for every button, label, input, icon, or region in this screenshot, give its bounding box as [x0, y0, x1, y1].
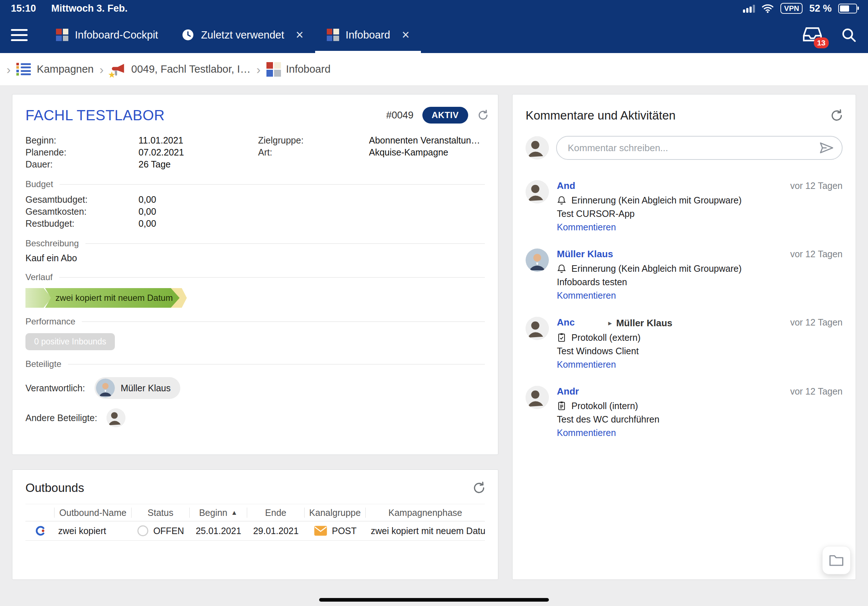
- close-icon[interactable]: ×: [296, 28, 304, 42]
- description-text: Kauf ein Abo: [12, 249, 498, 263]
- comment-time: vor 12 Tagen: [790, 181, 843, 191]
- responsible-label: Verantwortlich:: [25, 383, 85, 393]
- outbounds-card: Outbounds Outbound-Name Status Beginn▲ E…: [12, 469, 498, 580]
- header-beginn[interactable]: Beginn▲: [190, 507, 247, 518]
- send-icon[interactable]: [819, 142, 834, 154]
- comment-time: vor 12 Tagen: [790, 249, 843, 260]
- others-row: Andere Beteiligte:: [25, 407, 485, 429]
- comment-list: And vor 12 Tagen Erinnerung (Kein Abglei…: [513, 160, 856, 580]
- budget-label: Gesamtkosten:: [25, 206, 138, 217]
- megaphone-icon: ★: [109, 61, 126, 78]
- vpn-badge: VPN: [780, 3, 803, 14]
- field-row: Beginn: 11.01.2021: [25, 134, 258, 147]
- tab-zuletzt-verwendet[interactable]: Zuletzt verwendet ×: [170, 17, 315, 53]
- budget-row: Restbudget: 0,00: [25, 218, 485, 230]
- comment-author[interactable]: And: [557, 180, 575, 192]
- refresh-icon[interactable]: [472, 481, 486, 495]
- cell-outbound-name: zwei kopiert: [54, 526, 132, 536]
- kommentieren-link[interactable]: Kommentieren: [557, 222, 616, 232]
- field-row: Zielgruppe: Abonnenten Veranstaltung…: [258, 134, 485, 147]
- close-icon[interactable]: ×: [401, 28, 409, 42]
- phase-segment-current[interactable]: zwei kopiert mit neuem Datum: [45, 288, 180, 308]
- field-value: Akquise-Kampagne: [369, 147, 448, 158]
- tab-infoboard-cockpit[interactable]: Infoboard-Cockpit: [44, 17, 170, 53]
- cell-status: OFFEN: [132, 526, 190, 536]
- header-kampagnenphase[interactable]: Kampagnenphase: [366, 507, 485, 518]
- tab-label: Infoboard: [346, 29, 391, 41]
- hamburger-menu-icon[interactable]: [11, 29, 28, 41]
- tab-infoboard[interactable]: Infoboard ×: [315, 17, 421, 53]
- comment-author-secondary[interactable]: Müller Klaus: [616, 317, 673, 329]
- header-status[interactable]: Status: [132, 507, 190, 518]
- kommentieren-link[interactable]: Kommentieren: [557, 428, 616, 438]
- wifi-icon: [761, 4, 774, 13]
- table-row[interactable]: zwei kopiert OFFEN 25.01.2021 29.01.2021…: [25, 521, 485, 541]
- budget-label: Restbudget:: [25, 218, 138, 229]
- responsible-contact-chip[interactable]: Müller Klaus: [95, 377, 180, 399]
- breadcrumb-campaign[interactable]: ★ 0049, Fachl Testlabor, I…: [109, 61, 250, 78]
- cell-kampagnenphase: zwei kopiert mit neuem Datum: [366, 526, 485, 536]
- avatar: [525, 317, 549, 340]
- breadcrumb-kampagnen[interactable]: Kampagnen: [16, 62, 93, 77]
- others-label: Andere Beteiligte:: [25, 413, 97, 423]
- budget-value: 0,00: [138, 194, 156, 205]
- folder-icon: [829, 554, 844, 567]
- home-indicator[interactable]: [319, 598, 549, 601]
- chevron-right-icon: ›: [99, 63, 104, 76]
- section-title: Verlauf: [25, 272, 53, 282]
- infoboard-grid-icon: [56, 29, 68, 41]
- clipboard-icon: [557, 401, 566, 411]
- sync-icon[interactable]: [477, 109, 489, 121]
- activity-text: Protokoll (intern): [571, 401, 638, 411]
- comment-author[interactable]: Müller Klaus: [557, 249, 613, 260]
- folder-button[interactable]: [822, 546, 851, 574]
- clock-icon: [181, 28, 194, 42]
- tab-bar: Infoboard-Cockpit Zuletzt verwendet × In…: [44, 17, 421, 53]
- section-description: Beschreibung: [25, 238, 485, 249]
- breadcrumb-infoboard[interactable]: Infoboard: [267, 62, 331, 77]
- main-content: FACHL TESTLABOR #0049 AKTIV Beginn: 11.0…: [0, 86, 868, 606]
- field-value: 26 Tage: [138, 159, 171, 170]
- section-title: Budget: [25, 179, 53, 189]
- kommentieren-link[interactable]: Kommentieren: [557, 290, 616, 301]
- activity-text: Erinnerung (Kein Abgleich mit Groupware): [571, 263, 741, 274]
- battery-icon: [838, 4, 857, 14]
- comment-input[interactable]: [556, 136, 843, 160]
- field-row: Planende: 07.02.2021: [25, 147, 258, 158]
- header-kanalgruppe[interactable]: Kanalgruppe: [305, 507, 366, 518]
- header-ende[interactable]: Ende: [247, 507, 305, 518]
- activity-text: Protokoll (extern): [571, 332, 640, 343]
- field-label: Zielgruppe:: [258, 135, 369, 146]
- campaign-title: FACHL TESTLABOR: [25, 107, 165, 124]
- budget-value: 0,00: [138, 218, 156, 229]
- avatar[interactable]: [107, 408, 126, 427]
- header-outbound-name[interactable]: Outbound-Name: [54, 507, 132, 518]
- chevron-right-icon: ›: [256, 63, 260, 76]
- infoboard-grid-icon: [267, 62, 281, 77]
- cell-ende: 29.01.2021: [247, 526, 305, 536]
- bell-icon: [557, 195, 566, 206]
- section-title: Performance: [25, 317, 75, 327]
- section-verlauf: Verlauf: [25, 272, 485, 282]
- campaign-phase-ribbon[interactable]: zwei kopiert mit neuem Datum: [25, 288, 485, 308]
- status-date: Mittwoch 3. Feb.: [51, 3, 127, 14]
- search-icon[interactable]: [840, 26, 857, 43]
- outbounds-title: Outbounds: [25, 481, 84, 495]
- inbox-tray-icon[interactable]: 13: [802, 26, 823, 44]
- comment-author[interactable]: Anc: [557, 317, 575, 328]
- breadcrumb-label: Infoboard: [286, 63, 331, 75]
- notification-badge: 13: [814, 37, 829, 48]
- field-label: Dauer:: [25, 159, 138, 170]
- kommentieren-link[interactable]: Kommentieren: [557, 359, 616, 370]
- avatar: [525, 180, 549, 204]
- field-label: Art:: [258, 147, 369, 158]
- field-value: 07.02.2021: [138, 147, 184, 158]
- status-badge: AKTIV: [422, 107, 468, 124]
- envelope-icon: [314, 526, 327, 536]
- comment-author[interactable]: Andr: [557, 386, 579, 397]
- section-title: Beschreibung: [25, 238, 79, 249]
- chevron-right-icon[interactable]: ›: [6, 63, 11, 76]
- refresh-icon[interactable]: [829, 108, 844, 123]
- outbounds-table: Outbound-Name Status Beginn▲ Ende Kanalg…: [25, 504, 485, 541]
- infoboard-grid-icon: [327, 29, 339, 41]
